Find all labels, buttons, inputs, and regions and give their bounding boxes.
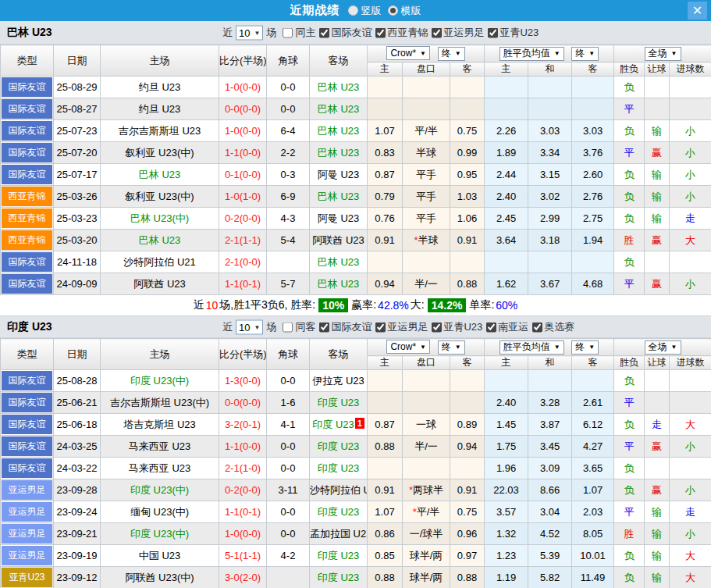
corner-score: 4-1 — [267, 414, 310, 436]
radio-vertical-label[interactable]: 竖版 — [361, 4, 382, 18]
result-wdl: 负 — [614, 208, 645, 230]
league-filter[interactable]: 亚运男足 — [432, 26, 484, 40]
league-label: 亚运男足 — [443, 26, 484, 40]
league-filter[interactable]: 西亚青锦 — [375, 26, 428, 40]
same-home-checkbox[interactable] — [283, 27, 293, 37]
odds-time-select[interactable]: 终▼ — [438, 47, 465, 61]
match-date: 25-07-17 — [54, 164, 101, 186]
radio-horizontal-label[interactable]: 横版 — [401, 4, 421, 18]
league-checkbox[interactable] — [375, 27, 386, 37]
score-halftime: 1-0(0-0) — [219, 523, 267, 545]
bookmaker-select[interactable]: Crow*▼ — [386, 46, 430, 60]
league-checkbox[interactable] — [488, 27, 498, 37]
same-away-label[interactable]: 同客 — [295, 320, 315, 334]
goals-result: 小 — [670, 523, 711, 545]
league-checkbox[interactable] — [319, 27, 329, 37]
bookmaker-select[interactable]: Crow*▼ — [386, 340, 430, 354]
avg-odds-select[interactable]: 胜平负均值▼ — [499, 340, 564, 355]
handicap-name: 两球半 — [413, 484, 443, 496]
home-team: 巴林 U23 — [101, 164, 219, 186]
league-filter[interactable]: 国际友谊 — [319, 26, 371, 40]
radio-vertical-icon[interactable] — [348, 5, 358, 16]
league-checkbox[interactable] — [319, 322, 329, 332]
scope-select[interactable]: 全场▼ — [645, 47, 681, 61]
avg-lose-odds — [572, 98, 614, 120]
avg-lose-odds — [572, 370, 614, 392]
odds-time-select[interactable]: 终▼ — [438, 340, 465, 355]
asian-away-odds — [450, 77, 485, 98]
result-wdl: 负 — [614, 164, 645, 186]
table-row: 国际友谊 25-07-23 吉尔吉斯斯坦 U23 1-0(0-0) 6-4 巴林… — [1, 120, 711, 142]
table-row: 国际友谊 24-11-18 沙特阿拉伯 U21 2-1(0-0) 巴林 U23 … — [1, 251, 711, 273]
league-filter[interactable]: 南亚运 — [486, 320, 528, 334]
col-score: 比分(半场) — [219, 339, 267, 370]
same-away-checkbox[interactable] — [283, 322, 293, 332]
asian-home-odds: 0.86 — [368, 523, 403, 545]
avg-win-odds: 1.75 — [485, 436, 528, 458]
asian-away-odds: 0.99 — [450, 142, 485, 164]
avg-time-select[interactable]: 终▼ — [571, 47, 599, 61]
score-halftime: 3-0(2-0) — [219, 567, 267, 588]
asian-away-odds: 0.88 — [450, 567, 485, 588]
result-wdl: 负 — [614, 414, 645, 436]
match-type-badge: 国际友谊 — [2, 99, 52, 119]
subcol-handicap: 盘口 — [403, 356, 450, 370]
home-team: 印度 U23(中) — [101, 370, 219, 392]
handicap-result: 输 — [645, 545, 670, 567]
avg-win-odds: 1.19 — [485, 567, 528, 588]
match-type-badge: 国际友谊 — [2, 415, 52, 434]
section-header: 巴林 U23 近 10 ▼ 场 同主 国际友谊 西亚青锦 亚运男足 亚青U23 — [0, 21, 711, 45]
chevron-down-icon: ▼ — [254, 323, 260, 330]
corner-score — [267, 251, 310, 273]
match-count-select[interactable]: 10 ▼ — [236, 319, 263, 334]
league-filter[interactable]: 国际友谊 — [319, 320, 371, 334]
home-team: 缅甸 U23(中) — [101, 501, 219, 523]
league-checkbox[interactable] — [432, 322, 442, 332]
match-date: 25-06-18 — [54, 414, 101, 436]
close-button[interactable]: ✕ — [688, 2, 707, 20]
league-filter[interactable]: 亚青U23 — [488, 26, 539, 40]
corner-score: 0-0 — [267, 436, 310, 458]
summary-piece: 14.2% — [428, 298, 467, 312]
match-count-value: 10 — [239, 27, 250, 38]
handicap-result — [645, 370, 670, 392]
result-wdl: 平 — [614, 142, 645, 164]
score-halftime: 0-0(0-0) — [219, 392, 267, 414]
match-date: 24-09-09 — [54, 273, 101, 295]
avg-win-odds — [485, 98, 528, 120]
table-row: 国际友谊 25-06-18 塔吉克斯坦 U23 3-2(0-1) 4-1 印度 … — [1, 414, 711, 436]
league-checkbox[interactable] — [532, 322, 542, 332]
chevron-down-icon: ▼ — [588, 344, 595, 351]
result-wdl: 胜 — [614, 230, 645, 251]
radio-horizontal-icon[interactable] — [388, 5, 398, 16]
league-checkbox[interactable] — [432, 27, 442, 37]
league-checkbox[interactable] — [375, 322, 386, 332]
avg-time-select[interactable]: 终▼ — [571, 340, 599, 355]
league-checkbox[interactable] — [486, 322, 496, 332]
handicap-result: 输 — [645, 120, 670, 142]
avg-lose-odds: 10.01 — [572, 545, 614, 567]
league-filter[interactable]: 亚青U23 — [432, 320, 482, 334]
handicap-name: 平/半 — [414, 125, 438, 137]
team-name: 巴林 U23 — [7, 26, 52, 40]
league-filter[interactable]: 亚运男足 — [375, 320, 428, 334]
avg-draw-odds: 3.67 — [528, 273, 572, 295]
col-away: 客场 — [310, 339, 368, 370]
home-team: 塔吉克斯坦 U23 — [101, 414, 219, 436]
score-halftime: 1-1(0-0) — [219, 142, 267, 164]
subcol-goals: 进球数 — [670, 356, 711, 370]
league-filter[interactable]: 奥选赛 — [532, 320, 574, 334]
avg-draw-odds — [528, 98, 572, 120]
scope-select[interactable]: 全场▼ — [645, 340, 681, 355]
same-home-label[interactable]: 同主 — [295, 26, 315, 40]
home-team: 叙利亚 U23(中) — [101, 186, 219, 208]
match-date: 25-03-20 — [54, 230, 101, 251]
away-team-name: 巴林 U23 — [318, 103, 359, 115]
avg-win-odds: 2.44 — [485, 164, 528, 186]
match-date: 23-09-28 — [54, 479, 101, 501]
asian-home-odds — [368, 458, 403, 479]
handicap-result: 输 — [645, 208, 670, 230]
away-team-name: 印度 U23 — [312, 419, 354, 430]
avg-odds-select[interactable]: 胜平负均值▼ — [499, 47, 564, 61]
match-count-select[interactable]: 10 ▼ — [236, 25, 263, 40]
